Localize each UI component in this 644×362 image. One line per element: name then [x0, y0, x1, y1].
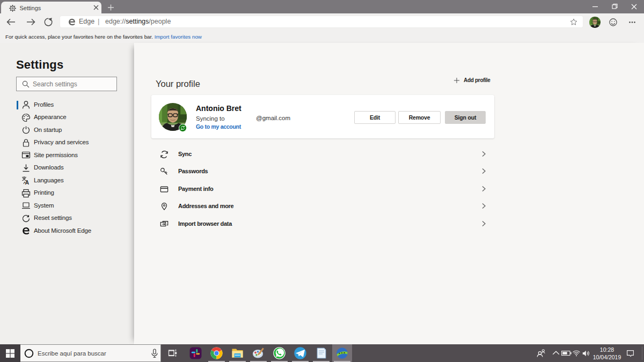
- svg-text:A: A: [25, 179, 30, 186]
